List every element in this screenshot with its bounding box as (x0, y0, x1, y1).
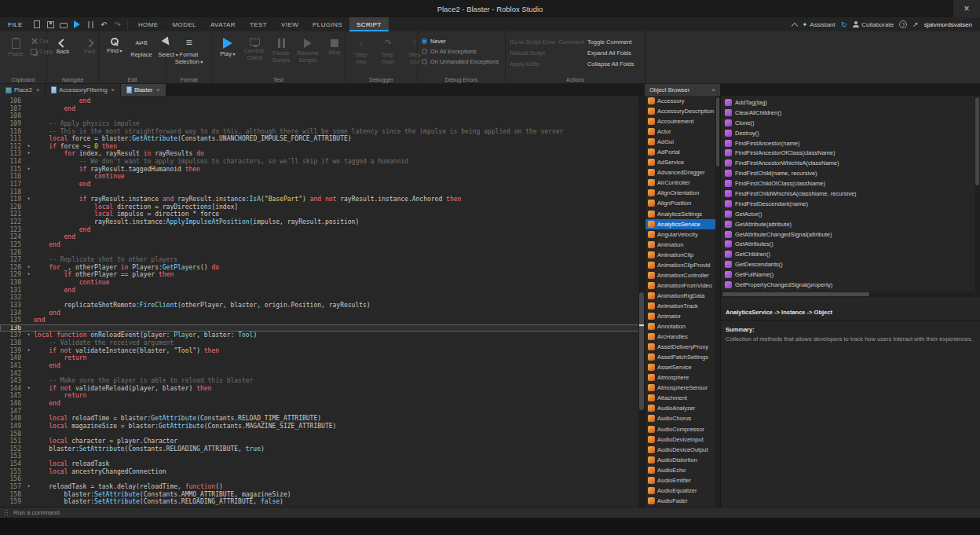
class-item-animationrigdata[interactable]: AnimationRigData (645, 291, 720, 301)
class-item-atmospheresensor[interactable]: AtmosphereSensor (645, 383, 720, 393)
code-line[interactable]: 158 blaster:SetAttribute(Constants.AMMO_… (0, 491, 645, 499)
replace-button[interactable]: Replace (130, 35, 153, 74)
scrollbar-thumb[interactable] (639, 292, 644, 410)
member-item[interactable]: GetActor() (721, 209, 974, 219)
doc-tab-accessoryfiltering[interactable]: AccessoryFiltering× (46, 84, 121, 96)
format-selection-button[interactable]: Format Selection (170, 35, 207, 74)
code-line[interactable]: 141 end (0, 362, 645, 370)
share-icon[interactable] (912, 20, 919, 28)
code-line[interactable]: 113▾ for index, rayResult in rayResults … (0, 150, 645, 158)
step-over-button[interactable]: Step Over (376, 35, 400, 74)
play-button[interactable]: Play (216, 35, 240, 74)
fold-arrow-icon[interactable]: ▾ (24, 385, 34, 393)
fold-arrow-icon[interactable]: ▾ (24, 166, 34, 174)
class-item-analyticssettings[interactable]: AnalyticsSettings (645, 209, 720, 219)
code-line[interactable]: 151 local character = player.Character (0, 438, 645, 445)
fold-arrow-icon[interactable]: ▾ (24, 196, 34, 203)
class-item-alignorientation[interactable]: AlignOrientation (645, 188, 720, 198)
member-item[interactable]: GetAttribute(attribute) (721, 219, 974, 229)
code-line[interactable]: 107 end (0, 105, 645, 113)
forward-button[interactable]: Fwd (78, 35, 101, 74)
new-file-button[interactable] (31, 17, 44, 31)
code-line[interactable]: 110 -- This is the most straightforward … (0, 128, 645, 136)
class-item-assetdeliveryproxy[interactable]: AssetDeliveryProxy (645, 342, 720, 352)
class-item-animationfromvideo[interactable]: AnimationFromVideo (645, 280, 720, 291)
code-line[interactable]: 142 (0, 370, 645, 378)
menu-tab-avatar[interactable]: AVATAR (203, 17, 243, 31)
class-item-accessory[interactable]: Accessory (645, 96, 720, 106)
class-item-animationclipprovid[interactable]: AnimationClipProvid (645, 260, 720, 270)
class-item-advanceddragger[interactable]: AdvancedDragger (645, 167, 720, 178)
class-item-audiocompressor[interactable]: AudioCompressor (645, 424, 720, 434)
class-item-adgui[interactable]: AdGui (645, 137, 720, 147)
apply-edits-button[interactable]: Apply Edits (510, 60, 555, 68)
script-editor[interactable]: 106 end107 end108109 -- Apply physics im… (0, 96, 645, 507)
member-item[interactable]: GetAttributeChangedSignal(attribute) (721, 229, 974, 240)
code-line[interactable]: 132 (0, 294, 645, 302)
assistant-button[interactable]: Assistant (803, 21, 836, 28)
sync-icon[interactable] (841, 20, 847, 29)
code-line[interactable]: 153 (0, 453, 645, 460)
code-line[interactable]: 149 local magazineSize = blaster:GetAttr… (0, 423, 645, 431)
code-line[interactable]: 134 end (0, 310, 645, 317)
close-tab-icon[interactable]: × (712, 86, 715, 93)
menu-tab-home[interactable]: HOME (131, 17, 166, 31)
code-line[interactable]: 155 local ancestryChangedConnection (0, 468, 645, 476)
menu-tab-model[interactable]: MODEL (166, 17, 203, 31)
class-item-accoutrement[interactable]: Accoutrement (645, 116, 720, 126)
menu-tab-view[interactable]: VIEW (274, 17, 305, 31)
code-line[interactable]: 159 blaster:SetAttribute(Constants.RELOA… (0, 498, 645, 506)
quick-play-button[interactable] (71, 17, 84, 31)
member-item[interactable]: GetChildren() (721, 249, 974, 259)
class-item-adservice[interactable]: AdService (645, 157, 720, 167)
member-item[interactable]: Destroy() (721, 128, 974, 138)
doc-tab-blaster[interactable]: Blaster× (121, 84, 166, 96)
menu-tab-plugins[interactable]: PLUGINS (305, 17, 349, 31)
close-tab-icon[interactable]: × (112, 86, 115, 93)
debug-errors-unhandled-exceptions-radio[interactable]: On Unhandled Exceptions (422, 57, 501, 67)
class-item-audioemitter[interactable]: AudioEmitter (645, 475, 720, 486)
code-line[interactable]: 147 (0, 408, 645, 416)
class-item-analyticsservice[interactable]: AnalyticsService (645, 219, 720, 229)
debug-errors-all-exceptions-radio[interactable]: On All Exceptions (422, 46, 501, 57)
find-button[interactable]: Find (103, 35, 126, 74)
fold-arrow-icon[interactable]: ▾ (24, 264, 34, 272)
reload-script-button[interactable]: Reload Script (510, 49, 555, 57)
code-line[interactable]: 135end (0, 317, 645, 324)
class-item-accessorydescription[interactable]: AccessoryDescription (645, 106, 720, 116)
quick-pause-button[interactable] (84, 17, 97, 31)
class-item-atmosphere[interactable]: Atmosphere (645, 372, 720, 383)
member-item[interactable]: FindFirstAncestorOfClass(className) (721, 148, 974, 158)
class-item-angularvelocity[interactable]: AngularVelocity (645, 229, 720, 240)
undo-button[interactable] (97, 17, 111, 31)
code-line[interactable]: 136 (0, 324, 645, 332)
fold-arrow-icon[interactable]: ▾ (24, 143, 34, 151)
code-line[interactable]: 112▾ if force ~= 0 then (0, 143, 645, 151)
code-line[interactable]: 116 continue (0, 173, 645, 181)
member-item[interactable]: Clone() (721, 118, 974, 128)
code-line[interactable]: 130 continue (0, 279, 645, 287)
code-line[interactable]: 124 end (0, 233, 645, 241)
save-button[interactable] (44, 17, 57, 31)
close-tab-icon[interactable]: × (36, 86, 39, 93)
class-item-audioequalizer[interactable]: AudioEqualizer (645, 486, 720, 496)
resume-scripts-button[interactable]: Resume Scripts (296, 35, 320, 74)
fold-arrow-icon[interactable]: ▾ (24, 347, 34, 355)
doc-tab-place2[interactable]: Place2× (0, 84, 46, 96)
pause-scripts-button[interactable]: Pause Scripts (269, 35, 293, 74)
class-item-animationcontroller[interactable]: AnimationController (645, 270, 720, 280)
toggle-comment-button[interactable]: Toggle Comment (587, 38, 634, 46)
class-item-audiodeviceinput[interactable]: AudioDeviceInput (645, 434, 720, 445)
code-line[interactable]: 139▾ if not validateInstance(blaster, "T… (0, 347, 645, 355)
command-input[interactable]: Run a command (13, 509, 60, 516)
collaborate-button[interactable]: Collaborate (853, 21, 894, 28)
code-line[interactable]: 127 -- Replicate shot to other players (0, 256, 645, 264)
current-client-button[interactable]: Current: Client (243, 35, 266, 74)
class-item-aircontroller[interactable]: AirController (645, 178, 720, 188)
code-line[interactable]: 140 return (0, 354, 645, 362)
class-item-assetservice[interactable]: AssetService (645, 362, 720, 372)
code-line[interactable]: 118 (0, 189, 645, 196)
member-item[interactable]: FindFirstAncestorWhichIsA(className) (721, 158, 974, 168)
member-item[interactable]: FindFirstChildOfClass(className) (721, 178, 974, 189)
code-line[interactable]: 133 replicateShotRemote:FireClient(other… (0, 302, 645, 310)
